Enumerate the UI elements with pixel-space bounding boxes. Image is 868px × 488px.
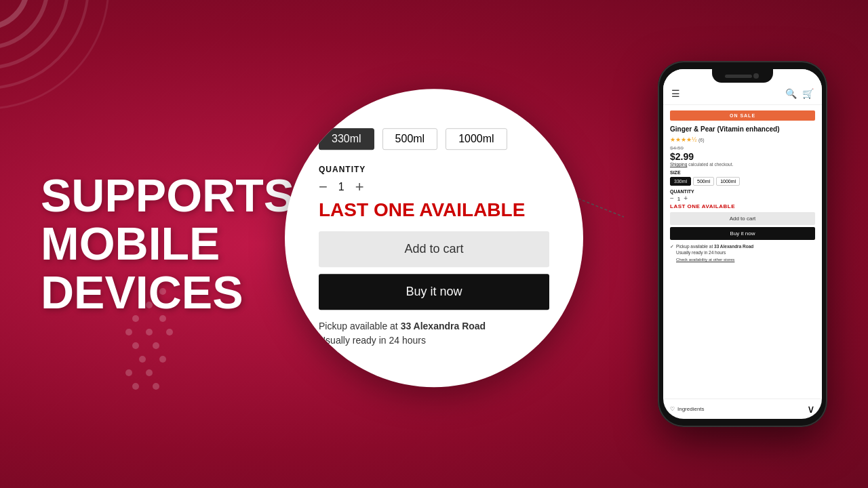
quantity-decrease[interactable]: − (670, 195, 674, 202)
svg-point-17 (159, 356, 166, 363)
svg-point-12 (146, 329, 153, 336)
zoom-pickup-info: Pickup available at 33 Alexandra Road Us… (319, 320, 549, 348)
headline-line3: DEVICES (41, 266, 243, 318)
svg-point-16 (139, 356, 146, 363)
phone-notch (712, 69, 773, 83)
svg-point-14 (132, 342, 139, 349)
cart-icon[interactable]: 🛒 (802, 88, 814, 99)
svg-point-15 (153, 342, 159, 349)
review-count: (6) (698, 138, 705, 142)
on-sale-badge: ON SALE (670, 110, 815, 121)
phone-mockup: ☰ 🔍 🛒 ON SALE Ginger & Pear (Vitamin enh… (658, 61, 827, 427)
phone-body: ☰ 🔍 🛒 ON SALE Ginger & Pear (Vitamin enh… (658, 61, 827, 427)
phone-screen: ☰ 🔍 🛒 ON SALE Ginger & Pear (Vitamin enh… (663, 69, 822, 419)
search-icon[interactable]: 🔍 (785, 88, 797, 99)
size-options: 330ml 500ml 1000ml (670, 177, 815, 186)
new-price: $2.99 (670, 151, 815, 162)
zoom-buy-it-now-button[interactable]: Buy it now (319, 274, 549, 310)
zoom-circle: 330ml 500ml 1000ml QUANTITY − 1 + LAST O… (285, 89, 583, 387)
svg-point-13 (166, 329, 173, 336)
check-availability-link[interactable]: Check availability at other stores (676, 257, 753, 262)
svg-point-2 (0, 0, 27, 27)
stars-display: ★★★★½ (670, 136, 697, 143)
hamburger-icon: ☰ (671, 88, 680, 99)
shipping-link[interactable]: Shipping (670, 162, 687, 167)
size-label: SIZE (670, 170, 815, 175)
buy-it-now-button[interactable]: Buy it now (670, 227, 815, 240)
old-price: $4.59 (670, 145, 815, 151)
zoom-quantity-label: QUANTITY (319, 165, 549, 174)
quantity-label: QUANTITY (670, 189, 815, 194)
shipping-detail: calculated at checkout. (688, 162, 733, 167)
pickup-ready: Usually ready in 24 hours (676, 250, 726, 255)
add-to-cart-button[interactable]: Add to cart (670, 212, 815, 225)
ingredients-label: ♡ Ingredients (670, 406, 705, 412)
checkmark-icon: ✓ (670, 243, 674, 249)
zoom-quantity-decrease[interactable]: − (319, 180, 328, 195)
zoom-size-1000ml[interactable]: 1000ml (446, 128, 507, 150)
chevron-down-icon[interactable]: ∨ (807, 403, 815, 415)
pickup-info: ✓ Pickup available at 33 Alexandra Road … (670, 243, 815, 263)
phone-notch-bar (725, 75, 752, 78)
svg-point-20 (132, 383, 139, 390)
size-btn-330ml[interactable]: 330ml (670, 177, 691, 186)
zoom-pickup-ready: Usually ready in 24 hours (319, 336, 426, 346)
product-title: Ginger & Pear (Vitamin enhanced) (670, 125, 815, 134)
size-btn-1000ml[interactable]: 1000ml (716, 177, 740, 186)
svg-point-11 (125, 329, 132, 336)
size-btn-500ml[interactable]: 500ml (693, 177, 714, 186)
zoom-size-500ml[interactable]: 500ml (382, 128, 438, 150)
last-one-available: LAST ONE AVAILABLE (670, 203, 815, 209)
pickup-prefix: Pickup available at (676, 244, 714, 249)
phone-camera (753, 73, 759, 79)
zoom-add-to-cart-button[interactable]: Add to cart (319, 232, 549, 268)
phone-product-content: ON SALE Ginger & Pear (Vitamin enhanced)… (663, 105, 822, 396)
zoom-quantity-increase[interactable]: + (355, 180, 364, 195)
product-rating: ★★★★½ (6) (670, 136, 815, 143)
phone-header-icons: 🔍 🛒 (785, 88, 814, 99)
arc-decoration (0, 0, 136, 136)
zoom-quantity-value: 1 (338, 181, 344, 193)
heart-icon: ♡ (670, 406, 675, 412)
headline-line2: MOBILE (41, 218, 220, 269)
svg-point-21 (153, 383, 159, 390)
quantity-increase[interactable]: + (684, 195, 688, 202)
zoom-size-options: 330ml 500ml 1000ml (319, 128, 549, 150)
svg-point-19 (146, 369, 153, 376)
pickup-address: 33 Alexandra Road (714, 244, 753, 249)
shipping-info: Shipping calculated at checkout. (670, 162, 815, 167)
quantity-row: − 1 + (670, 195, 815, 202)
svg-point-18 (125, 369, 132, 376)
ingredients-row: ♡ Ingredients ∨ (663, 399, 822, 419)
zoom-pickup-address: 33 Alexandra Road (401, 321, 486, 332)
zoom-quantity-row: − 1 + (319, 180, 549, 195)
quantity-value: 1 (677, 196, 680, 202)
zoom-last-one-label: LAST ONE AVAILABLE (319, 200, 549, 221)
